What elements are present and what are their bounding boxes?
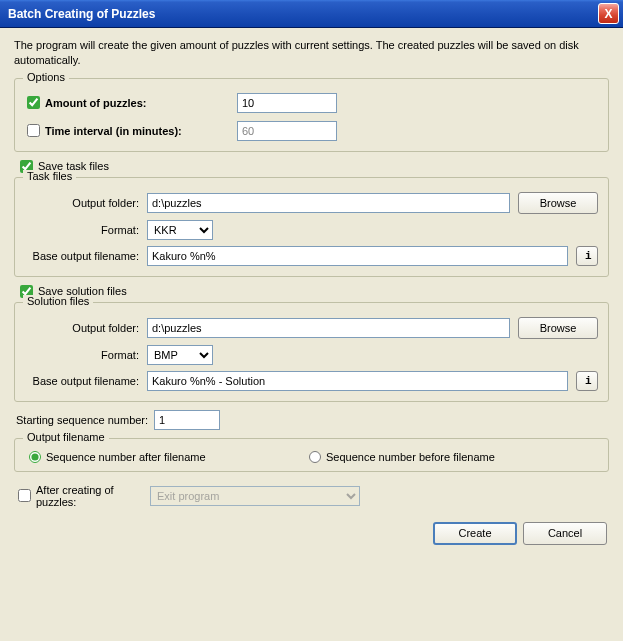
task-format-label: Format: (25, 224, 147, 236)
task-output-folder-input[interactable] (147, 193, 510, 213)
solution-base-label: Base output filename: (25, 375, 147, 387)
window-title: Batch Creating of Puzzles (8, 7, 155, 21)
solution-files-title: Solution files (23, 295, 93, 307)
after-creating-label: After creating of puzzles: (36, 484, 150, 508)
seq-after-radio-input[interactable] (29, 451, 41, 463)
solution-info-button[interactable]: i (576, 371, 598, 391)
solution-browse-button[interactable]: Browse (518, 317, 598, 339)
output-filename-group: Output filename Sequence number after fi… (14, 438, 609, 472)
interval-checkbox[interactable]: Time interval (in minutes): (27, 124, 237, 137)
intro-text: The program will create the given amount… (14, 38, 609, 68)
interval-checkbox-input[interactable] (27, 124, 40, 137)
sequence-label: Starting sequence number: (16, 414, 154, 426)
solution-base-input[interactable] (147, 371, 568, 391)
solution-output-folder-input[interactable] (147, 318, 510, 338)
close-button[interactable]: X (598, 3, 619, 24)
amount-checkbox[interactable]: Amount of puzzles: (27, 96, 237, 109)
interval-label: Time interval (in minutes): (45, 125, 182, 137)
task-base-label: Base output filename: (25, 250, 147, 262)
options-title: Options (23, 71, 69, 83)
create-button[interactable]: Create (433, 522, 517, 545)
amount-label: Amount of puzzles: (45, 97, 146, 109)
after-creating-select[interactable]: Exit program (150, 486, 360, 506)
after-creating-checkbox-input[interactable] (18, 489, 31, 502)
solution-format-label: Format: (25, 349, 147, 361)
amount-input[interactable] (237, 93, 337, 113)
seq-before-label: Sequence number before filename (326, 451, 495, 463)
output-filename-title: Output filename (23, 431, 109, 443)
task-files-title: Task files (23, 170, 76, 182)
interval-input[interactable] (237, 121, 337, 141)
solution-output-folder-label: Output folder: (25, 322, 147, 334)
amount-checkbox-input[interactable] (27, 96, 40, 109)
task-output-folder-label: Output folder: (25, 197, 147, 209)
seq-before-radio-input[interactable] (309, 451, 321, 463)
options-group: Options Amount of puzzles: Time interval… (14, 78, 609, 152)
after-creating-checkbox[interactable]: After creating of puzzles: (18, 484, 150, 508)
dialog-content: The program will create the given amount… (0, 28, 623, 641)
solution-format-select[interactable]: BMP (147, 345, 213, 365)
task-files-group: Task files Output folder: Browse Format:… (14, 177, 609, 277)
task-info-button[interactable]: i (576, 246, 598, 266)
solution-files-group: Solution files Output folder: Browse For… (14, 302, 609, 402)
cancel-button[interactable]: Cancel (523, 522, 607, 545)
task-browse-button[interactable]: Browse (518, 192, 598, 214)
task-base-input[interactable] (147, 246, 568, 266)
titlebar: Batch Creating of Puzzles X (0, 0, 623, 28)
seq-after-label: Sequence number after filename (46, 451, 206, 463)
sequence-input[interactable] (154, 410, 220, 430)
task-format-select[interactable]: KKR (147, 220, 213, 240)
seq-after-radio[interactable]: Sequence number after filename (29, 451, 309, 463)
seq-before-radio[interactable]: Sequence number before filename (309, 451, 495, 463)
